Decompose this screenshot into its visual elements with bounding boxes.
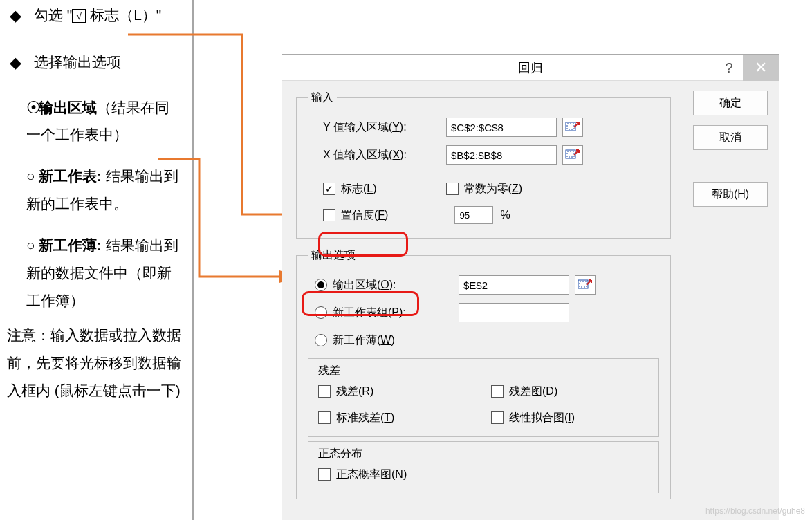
residual-checkbox[interactable] bbox=[318, 385, 331, 398]
highlight-flags bbox=[318, 232, 408, 257]
normal-legend: 正态分布 bbox=[315, 447, 365, 461]
std-residual-checkbox[interactable] bbox=[318, 411, 331, 424]
radio-filled-icon: ⦿ bbox=[26, 94, 39, 122]
x-range-input[interactable] bbox=[446, 145, 557, 165]
residuals-legend: 残差 bbox=[315, 364, 343, 378]
radio-empty-icon: ○ bbox=[26, 162, 39, 190]
residual-plot-label: 残差图(D) bbox=[509, 384, 557, 399]
checkmark-box-icon: √ bbox=[72, 9, 86, 23]
output-area-radio[interactable] bbox=[315, 279, 327, 291]
radio-empty-icon: ○ bbox=[26, 232, 39, 259]
bullet-1-text: 勾选 "√ 标志（L）" bbox=[34, 1, 161, 30]
percent-label: % bbox=[500, 209, 510, 221]
note-text: 注意：输入数据或拉入数据前，先要将光标移到数据输入框内 (鼠标左键点击一下) bbox=[7, 322, 183, 405]
line-fit-checkbox[interactable] bbox=[491, 411, 504, 424]
residuals-group: 残差 残差(R) 残差图(D) 标准残差(T) bbox=[308, 358, 659, 437]
highlight-output bbox=[302, 291, 419, 316]
output-area-input[interactable] bbox=[459, 275, 569, 295]
x-range-label: X 值输入区域(X): bbox=[308, 148, 446, 162]
input-group: 输入 Y 值输入区域(Y): X 值输入区域(X): 标志(L) 常数为零(Z) bbox=[296, 91, 671, 239]
diamond-icon: ◆ bbox=[10, 48, 21, 77]
y-range-input[interactable] bbox=[446, 118, 557, 137]
flags-label: 标志(L) bbox=[341, 182, 377, 196]
confidence-input[interactable] bbox=[454, 206, 493, 224]
watermark: https://blog.csdn.net/guhe8 bbox=[705, 506, 805, 516]
confidence-label: 置信度(F) bbox=[341, 208, 388, 223]
y-range-picker[interactable] bbox=[562, 118, 583, 137]
new-sheet-input[interactable] bbox=[459, 303, 569, 322]
close-button[interactable]: ✕ bbox=[743, 55, 779, 81]
std-residual-label: 标准残差(T) bbox=[336, 411, 394, 425]
output-area-picker[interactable] bbox=[575, 275, 596, 295]
new-book-radio[interactable] bbox=[315, 334, 327, 346]
flags-checkbox[interactable] bbox=[323, 183, 335, 195]
normal-prob-label: 正态概率图(N) bbox=[336, 467, 407, 482]
confidence-checkbox[interactable] bbox=[323, 209, 335, 221]
output-group: 输出选项 输出区域(O): 新工作表组(P): 新工作薄( bbox=[296, 248, 671, 499]
sub-new-sheet: ○新工作表: 结果输出到新的工作表中。 bbox=[26, 162, 183, 218]
new-book-label: 新工作薄(W) bbox=[333, 333, 395, 348]
normal-group: 正态分布 正态概率图(N) bbox=[308, 441, 659, 493]
y-range-label: Y 值输入区域(Y): bbox=[308, 120, 446, 135]
input-legend: 输入 bbox=[308, 91, 337, 105]
cancel-button[interactable]: 取消 bbox=[693, 125, 768, 150]
titlebar: 回归 ? ✕ bbox=[282, 55, 779, 81]
titlebar-help-button[interactable]: ? bbox=[715, 55, 743, 81]
bullet-1: ◆ 勾选 "√ 标志（L）" bbox=[7, 1, 183, 30]
vertical-divider bbox=[192, 0, 194, 520]
dialog-title: 回归 bbox=[518, 59, 543, 76]
regression-dialog: 回归 ? ✕ 确定 取消 帮助(H) 输入 Y 值输入区域(Y): X 值输入区… bbox=[282, 54, 779, 520]
line-fit-label: 线性拟合图(I) bbox=[509, 411, 575, 425]
residual-plot-checkbox[interactable] bbox=[491, 385, 504, 398]
sub-new-book: ○新工作薄: 结果输出到新的数据文件中（即新工作簿） bbox=[26, 232, 183, 315]
normal-prob-checkbox[interactable] bbox=[318, 468, 331, 481]
const-zero-label: 常数为零(Z) bbox=[464, 182, 522, 196]
residual-label: 残差(R) bbox=[336, 384, 373, 399]
const-zero-checkbox[interactable] bbox=[446, 183, 459, 195]
diamond-icon: ◆ bbox=[10, 1, 21, 30]
x-range-picker[interactable] bbox=[562, 145, 583, 165]
output-area-label: 输出区域(O): bbox=[333, 278, 396, 292]
instruction-panel: ◆ 勾选 "√ 标志（L）" ◆ 选择输出选项 ⦿输出区域（结果在同一个工作表中… bbox=[7, 0, 183, 405]
sub-output-area: ⦿输出区域（结果在同一个工作表中） bbox=[26, 94, 183, 149]
help-button[interactable]: 帮助(H) bbox=[693, 182, 768, 207]
bullet-2: ◆ 选择输出选项 bbox=[7, 48, 183, 77]
ok-button[interactable]: 确定 bbox=[693, 91, 768, 115]
